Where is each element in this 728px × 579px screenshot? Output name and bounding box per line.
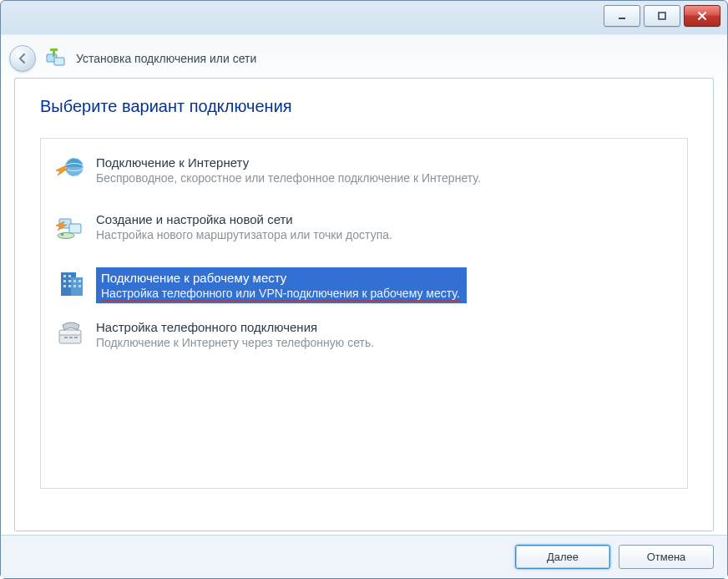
- svg-rect-18: [63, 285, 66, 287]
- network-wizard-icon: [44, 47, 68, 70]
- window-buttons: [604, 5, 720, 27]
- svg-rect-11: [61, 233, 63, 236]
- option-text: Создание и настройка новой сети Настройк…: [96, 211, 392, 241]
- svg-rect-1: [659, 13, 665, 19]
- svg-rect-27: [69, 337, 73, 338]
- cancel-button[interactable]: Отмена: [619, 545, 714, 569]
- svg-rect-3: [54, 58, 64, 65]
- option-desc: Беспроводное, скоростное или телефонное …: [96, 171, 481, 185]
- globe-icon: [54, 154, 88, 187]
- option-workplace-connection[interactable]: Подключение к рабочему месту Настройка т…: [49, 264, 679, 308]
- svg-rect-16: [63, 280, 66, 282]
- header: Установка подключения или сети: [9, 41, 719, 76]
- option-title: Настройка телефонного подключения: [96, 320, 374, 334]
- svg-rect-5: [50, 48, 58, 51]
- router-icon: [54, 211, 88, 244]
- close-button[interactable]: [684, 5, 720, 27]
- option-title: Подключение к рабочему месту: [101, 271, 460, 285]
- option-text: Настройка телефонного подключения Подклю…: [96, 318, 374, 349]
- minimize-button[interactable]: [604, 5, 640, 27]
- svg-point-10: [58, 233, 74, 239]
- wizard-window: Установка подключения или сети Выберите …: [0, 0, 728, 579]
- option-desc: Настройка телефонного или VPN-подключени…: [101, 287, 460, 300]
- next-button[interactable]: Далее: [515, 545, 610, 569]
- phone-modem-icon: [54, 318, 88, 352]
- svg-rect-20: [73, 280, 76, 282]
- svg-rect-22: [73, 285, 76, 287]
- option-text: Подключение к рабочему месту Настройка т…: [96, 267, 467, 303]
- svg-rect-26: [64, 337, 68, 338]
- option-desc: Подключение к Интернету через телефонную…: [96, 336, 374, 349]
- svg-rect-14: [63, 275, 66, 277]
- option-desc: Настройка нового маршрутизатора или точк…: [96, 228, 392, 241]
- svg-rect-21: [78, 280, 81, 282]
- option-title: Создание и настройка новой сети: [96, 212, 392, 226]
- svg-rect-19: [68, 285, 71, 287]
- option-connect-internet[interactable]: Подключение к Интернету Беспроводное, ск…: [49, 150, 679, 201]
- option-title: Подключение к Интернету: [96, 155, 481, 170]
- svg-rect-0: [619, 18, 625, 19]
- option-text: Подключение к Интернету Беспроводное, ск…: [96, 154, 481, 185]
- option-dialup[interactable]: Настройка телефонного подключения Подклю…: [49, 315, 679, 365]
- svg-rect-17: [68, 280, 71, 282]
- svg-rect-23: [78, 285, 81, 287]
- maximize-button[interactable]: [644, 5, 680, 27]
- content-panel: Выберите вариант подключения Подключение…: [14, 78, 714, 531]
- page-heading: Выберите вариант подключения: [40, 97, 688, 116]
- svg-rect-9: [69, 224, 81, 233]
- building-icon: [54, 267, 88, 301]
- titlebar: [1, 1, 727, 34]
- svg-rect-28: [74, 337, 78, 338]
- svg-rect-25: [59, 330, 81, 335]
- option-setup-network[interactable]: Создание и настройка новой сети Настройк…: [49, 207, 679, 257]
- svg-rect-15: [68, 275, 71, 277]
- footer: Далее Отмена: [1, 535, 727, 578]
- back-button[interactable]: [9, 45, 36, 72]
- connection-option-list: Подключение к Интернету Беспроводное, ск…: [40, 138, 688, 489]
- wizard-title: Установка подключения или сети: [76, 52, 256, 65]
